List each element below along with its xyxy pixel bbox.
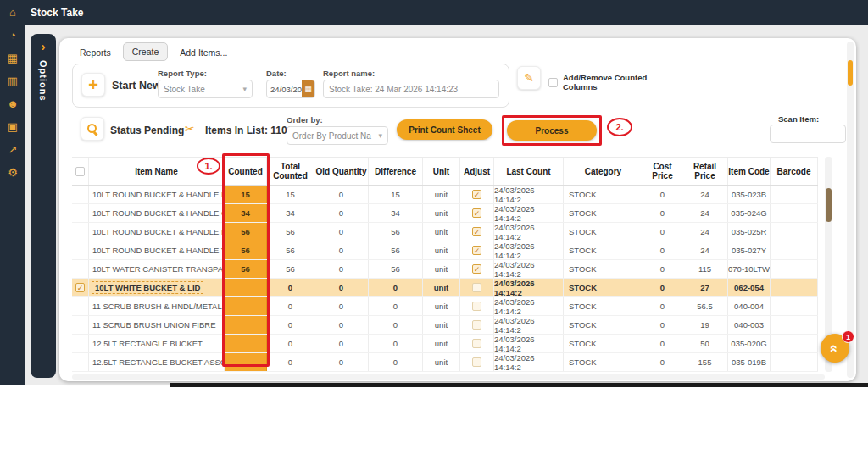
adjust-checkbox-cell[interactable] (460, 353, 494, 371)
select-all-checkbox-cell[interactable] (72, 158, 89, 185)
counted-cell[interactable] (225, 353, 267, 371)
search-button[interactable] (81, 117, 104, 141)
item-name-text: 10LT WATER CANISTER TRANSPARENT (92, 264, 225, 274)
difference-cell: 56 (369, 241, 423, 259)
tab-add-items[interactable]: Add Items... (171, 44, 236, 61)
counted-cell[interactable]: 34 (225, 204, 267, 222)
item-name-cell: 10LT WATER CANISTER TRANSPARENT (89, 260, 225, 278)
counted-cell[interactable] (225, 335, 267, 352)
table-row[interactable]: ✓10LT WHITE BUCKET & LID000unit24/03/202… (72, 279, 818, 297)
checkbox-icon[interactable] (472, 357, 481, 367)
scan-item-input[interactable] (770, 125, 846, 143)
dashboard-icon[interactable]: ◔ (6, 29, 19, 42)
adjust-checkbox-cell[interactable]: ✓ (460, 260, 494, 278)
row-select-checkbox-cell[interactable] (72, 204, 89, 222)
checkbox-icon[interactable] (75, 167, 85, 176)
checkbox-icon[interactable] (472, 302, 481, 311)
table-row[interactable]: 12.5LT RECTANGLE BUCKET000unit24/03/2026… (72, 335, 818, 353)
row-select-checkbox-cell[interactable] (72, 297, 89, 315)
adjust-checkbox-cell[interactable]: ✓ (460, 223, 494, 241)
report-name-field[interactable]: Stock Take: 24 Mar 2026 14:14:23 (323, 80, 499, 98)
row-select-checkbox-cell[interactable] (72, 241, 89, 259)
tab-reports[interactable]: Reports (71, 44, 120, 61)
table-row[interactable]: 11 SCRUB BRUSH & HNDL/METAL CON000unit24… (72, 297, 818, 316)
table-row[interactable]: 10LT ROUND BUCKET & HANDLE RED5656056uni… (72, 223, 818, 241)
add-remove-columns-checkbox[interactable] (548, 78, 558, 87)
table-row[interactable]: 10LT ROUND BUCKET & HANDLE YELLO5656056u… (72, 241, 818, 260)
date-field[interactable]: 24/03/20 ▦ (266, 80, 315, 98)
adjust-checkbox-cell[interactable]: ✓ (460, 204, 494, 222)
row-select-checkbox-cell[interactable] (72, 353, 89, 371)
checkbox-checked-icon[interactable]: ✓ (472, 246, 481, 255)
row-select-checkbox-cell[interactable] (72, 260, 89, 278)
checkbox-checked-icon[interactable]: ✓ (472, 190, 481, 199)
table-horizontal-scrollbar[interactable] (72, 374, 825, 380)
screen: Stock Take ⌂◔▦▥☻▣↗⚙ › Options Reports Cr… (0, 0, 868, 471)
adjust-checkbox-cell[interactable] (460, 335, 494, 352)
start-new-button[interactable]: + (81, 73, 105, 97)
report-type-select[interactable]: Stock Take ▾ (158, 80, 253, 98)
adjust-checkbox-cell[interactable] (460, 279, 494, 296)
adjust-checkbox-cell[interactable] (460, 297, 494, 315)
cost-price-cell: 0 (643, 335, 682, 352)
item-name-cell: 10LT ROUND BUCKET & HANDLE BLUE (89, 186, 225, 203)
checkbox-checked-icon[interactable]: ✓ (472, 227, 481, 236)
row-select-checkbox-cell[interactable] (72, 186, 89, 203)
counted-cell[interactable] (225, 297, 267, 315)
start-new-label: Start New (112, 80, 161, 91)
old-quantity-cell: 0 (314, 223, 369, 241)
table-row[interactable]: 10LT ROUND BUCKET & HANDLE BLUE1515015un… (72, 186, 818, 204)
checkbox-checked-icon[interactable]: ✓ (75, 283, 85, 292)
row-select-checkbox-cell[interactable] (72, 223, 89, 241)
inventory-icon[interactable]: ▦ (6, 52, 19, 65)
table-row[interactable]: 10LT WATER CANISTER TRANSPARENT5656056un… (72, 260, 818, 279)
counted-cell[interactable]: 56 (225, 260, 267, 278)
print-count-sheet-button[interactable]: Print Count Sheet (397, 119, 492, 140)
bar-chart-icon[interactable]: ▥ (6, 75, 19, 88)
old-quantity-cell: 0 (314, 297, 369, 315)
counted-cell[interactable] (225, 316, 267, 334)
card-vertical-scrollbar[interactable] (847, 42, 854, 378)
checkbox-icon[interactable] (472, 320, 481, 330)
counted-cell[interactable] (225, 279, 267, 296)
truck-icon[interactable]: ▣ (6, 120, 19, 134)
home-icon[interactable]: ⌂ (6, 6, 19, 19)
column-header-barcode: Barcode (771, 158, 818, 185)
checkbox-checked-icon[interactable]: ✓ (472, 208, 481, 218)
settings-icon[interactable]: ⚙ (6, 166, 19, 180)
calendar-icon[interactable]: ▦ (302, 80, 314, 97)
last-count-cell: 24/03/2026 14:14:2 (494, 186, 564, 203)
chevron-right-icon[interactable]: › (31, 39, 56, 53)
user-icon[interactable]: ☻ (6, 97, 19, 111)
cost-price-cell: 0 (643, 316, 682, 334)
retail-price-cell: 24 (682, 241, 728, 259)
row-select-checkbox-cell[interactable]: ✓ (72, 279, 89, 296)
item-code-cell: 040-003 (728, 316, 771, 334)
checkbox-checked-icon[interactable]: ✓ (472, 264, 481, 274)
scrollbar-thumb[interactable] (848, 60, 853, 86)
order-by-select[interactable]: Order By Product Na ▾ (287, 126, 388, 145)
edit-report-button[interactable]: ✎ (517, 66, 541, 90)
table-row[interactable]: 12.5LT RECTANGLE BUCKET ASSORTE000unit24… (72, 353, 818, 372)
tab-create[interactable]: Create (123, 42, 169, 61)
table-row[interactable]: 10LT ROUND BUCKET & HANDLE GREE3434034un… (72, 204, 818, 223)
item-name-text: 12.5LT RECTANGLE BUCKET (92, 339, 203, 348)
counted-cell[interactable]: 56 (225, 223, 267, 241)
process-button[interactable]: Process (507, 120, 597, 141)
row-select-checkbox-cell[interactable] (72, 335, 89, 352)
row-select-checkbox-cell[interactable] (72, 316, 89, 334)
scissors-icon[interactable]: ✂ (185, 122, 195, 136)
adjust-checkbox-cell[interactable]: ✓ (460, 186, 494, 203)
adjust-checkbox-cell[interactable] (460, 316, 494, 334)
table-row[interactable]: 11 SCRUB BRUSH UNION FIBRE000unit24/03/2… (72, 316, 818, 335)
checkbox-icon[interactable] (472, 283, 481, 292)
category-cell: STOCK (564, 223, 643, 241)
trend-icon[interactable]: ↗ (6, 143, 19, 157)
counted-cell[interactable]: 56 (225, 241, 267, 259)
scrollbar-thumb[interactable] (826, 188, 832, 222)
item-name-text: 10LT ROUND BUCKET & HANDLE YELLO (92, 246, 225, 255)
adjust-checkbox-cell[interactable]: ✓ (460, 241, 494, 259)
counted-cell[interactable]: 15 (225, 186, 267, 203)
checkbox-icon[interactable] (472, 339, 481, 348)
options-panel[interactable]: › Options (31, 34, 56, 378)
